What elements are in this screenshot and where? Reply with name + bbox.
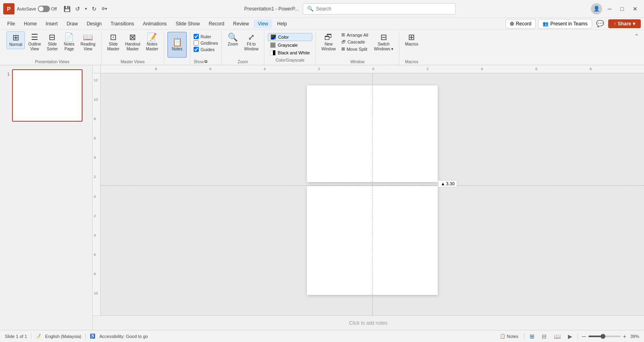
handout-master-button[interactable]: ⊠ Handout Master xyxy=(123,31,143,53)
arrange-all-label: Arrange All xyxy=(347,33,368,37)
presentation-views-label: Presentation Views xyxy=(35,59,69,65)
reading-view-button[interactable]: 📖 Reading View xyxy=(78,31,98,53)
dashed-line-v xyxy=(372,73,373,315)
menu-slideshow[interactable]: Slide Show xyxy=(171,19,204,28)
ruler-tick-v-12: 12 xyxy=(94,78,98,82)
canvas[interactable]: ▲ 3.30 xyxy=(101,73,644,315)
position-value: 3.30 xyxy=(446,181,454,186)
save-button[interactable]: 💾 xyxy=(62,4,72,13)
ruler-tick-h-0: 0 xyxy=(372,67,374,71)
macros-icon: ⊞ xyxy=(408,33,415,41)
outline-view-icon: ☰ xyxy=(31,33,38,41)
outline-view-label: Outline View xyxy=(28,42,41,52)
autosave-label: AutoSave xyxy=(17,6,36,11)
slide-sorter-button[interactable]: ⊟ Slide Sorter xyxy=(44,31,60,53)
fit-window-label: Fit to Window xyxy=(244,42,259,52)
ribbon-master-views: ⊡ Slide Master ⊠ Handout Master 📝 Notes … xyxy=(101,31,164,65)
share-button[interactable]: ↑ Share ▾ xyxy=(608,19,641,28)
slide-thumb-image-1[interactable] xyxy=(12,69,83,122)
ribbon-collapse-button[interactable]: ⌃ xyxy=(633,31,641,41)
gridlines-label: Gridlines xyxy=(200,41,218,46)
notes-master-icon: 📝 xyxy=(147,33,157,41)
quick-access-toolbar: 💾 ↺ ▾ ↻ ⚙▾ xyxy=(62,4,109,13)
slide-master-label: Slide Master xyxy=(107,42,120,52)
menu-file[interactable]: File xyxy=(3,19,19,28)
color-icon xyxy=(270,34,276,40)
menu-review[interactable]: Review xyxy=(229,19,253,28)
ribbon-presentation-views: ⊞ Normal ☰ Outline View ⊟ Slide Sorter 📄… xyxy=(3,31,101,65)
arrange-all-icon: ⊞ xyxy=(341,32,345,37)
macros-button[interactable]: ⊞ Macros xyxy=(402,31,421,48)
zoom-group-label: Zoom xyxy=(238,59,248,65)
outline-view-button[interactable]: ☰ Outline View xyxy=(26,31,43,53)
record-button[interactable]: Record xyxy=(506,19,536,29)
gridlines-checkbox[interactable] xyxy=(194,40,199,46)
menu-view[interactable]: View xyxy=(254,19,272,28)
undo-dropdown-button[interactable]: ▾ xyxy=(83,5,89,12)
notes-page-icon: 📄 xyxy=(64,33,74,41)
zoom-button[interactable]: 🔍 Zoom xyxy=(225,31,241,48)
notes-icon: 📋 xyxy=(172,38,182,46)
ruler-tick-v4: 4 xyxy=(94,233,96,237)
teams-icon: 👥 xyxy=(543,21,549,27)
cascade-button[interactable]: 🗗 Cascade xyxy=(339,39,371,45)
guides-label: Guides xyxy=(200,47,215,52)
close-button[interactable]: ✕ xyxy=(630,4,641,14)
arrange-all-button[interactable]: ⊞ Arrange All xyxy=(339,31,371,38)
search-box[interactable]: 🔍 xyxy=(303,3,456,15)
autosave-toggle[interactable]: Off xyxy=(38,6,57,12)
new-window-button[interactable]: 🗗 New Window xyxy=(319,31,339,53)
menu-design[interactable]: Design xyxy=(83,19,105,28)
search-input[interactable] xyxy=(316,6,451,12)
menu-home[interactable]: Home xyxy=(20,19,41,28)
menu-record[interactable]: Record xyxy=(204,19,228,28)
menu-help[interactable]: Help xyxy=(273,19,291,28)
show-expand-button[interactable]: ⧉ xyxy=(204,59,208,64)
slide-thumbnail-1[interactable]: 1 xyxy=(3,69,89,122)
notes-page-button[interactable]: 📄 Notes Page xyxy=(61,31,77,53)
minimize-button[interactable]: ─ xyxy=(605,4,615,14)
ruler-checkbox[interactable] xyxy=(194,34,199,39)
black-white-button[interactable]: Black and White xyxy=(268,49,312,56)
notes-view-button[interactable]: 📋 Notes xyxy=(167,32,187,58)
slide-panel[interactable]: 1 xyxy=(0,65,93,330)
normal-view-button[interactable]: ⊞ Normal xyxy=(6,31,25,49)
redo-button[interactable]: ↻ xyxy=(90,4,99,13)
new-window-icon: 🗗 xyxy=(324,33,332,41)
maximize-button[interactable]: □ xyxy=(617,4,627,14)
comments-button[interactable]: 💬 xyxy=(594,18,606,29)
reading-view-label: Reading View xyxy=(80,42,95,52)
present-teams-button[interactable]: 👥 Present in Teams xyxy=(538,19,592,29)
powerpoint-logo: P xyxy=(3,3,14,15)
ruler-tick-h-6: 6 xyxy=(209,67,211,71)
move-split-button[interactable]: ⊠ Move Split xyxy=(339,46,371,52)
menu-animations[interactable]: Animations xyxy=(139,19,171,28)
ruler-tick-h-2: 2 xyxy=(318,67,320,71)
menu-transitions[interactable]: Transitions xyxy=(107,19,138,28)
fit-to-window-button[interactable]: ⤢ Fit to Window xyxy=(242,31,261,53)
ruler-tick-h6: 6 xyxy=(535,67,537,71)
notes-text-area[interactable]: Click to add notes xyxy=(93,315,644,330)
zoom-label: Zoom xyxy=(228,42,238,47)
notes-master-button[interactable]: 📝 Notes Master xyxy=(144,31,161,53)
guides-checkbox-row: Guides xyxy=(194,47,218,52)
share-chevron: ▾ xyxy=(633,21,635,27)
slide-sorter-label: Slide Sorter xyxy=(47,42,58,52)
switch-windows-button[interactable]: ⊟ Switch Windows ▾ xyxy=(372,31,396,53)
normal-view-label: Normal xyxy=(9,42,22,47)
color-button[interactable]: Color xyxy=(268,33,312,41)
avatar[interactable]: 👤 xyxy=(591,3,602,15)
new-window-label: New Window xyxy=(322,42,336,52)
ribbon-window: 🗗 New Window ⊞ Arrange All 🗗 Cascade ⊠ M… xyxy=(316,31,400,65)
guides-checkbox[interactable] xyxy=(194,47,199,52)
slide-master-button[interactable]: ⊡ Slide Master xyxy=(105,31,122,53)
ruler-tick-v8: 8 xyxy=(94,272,96,276)
notes-master-label: Notes Master xyxy=(146,42,159,52)
customize-button[interactable]: ⚙▾ xyxy=(99,5,109,12)
ruler-tick-v-0: 0 xyxy=(94,195,96,199)
file-title: Presentation1 - PowerP... xyxy=(244,6,299,12)
undo-button[interactable]: ↺ xyxy=(73,4,82,13)
menu-draw[interactable]: Draw xyxy=(62,19,82,28)
menu-insert[interactable]: Insert xyxy=(41,19,62,28)
grayscale-button[interactable]: Grayscale xyxy=(268,41,312,49)
